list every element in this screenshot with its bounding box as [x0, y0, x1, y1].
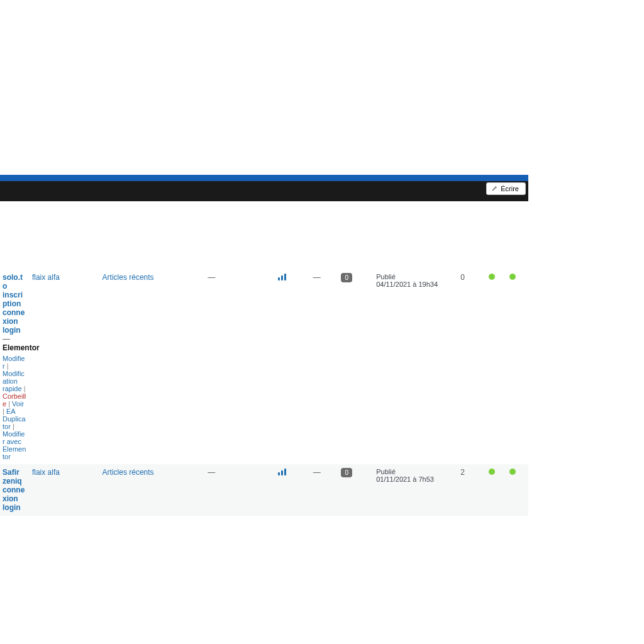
tags-cell: — — [208, 273, 215, 282]
date-status: Publié — [376, 273, 455, 280]
author-link[interactable]: flaix alfa — [32, 468, 60, 477]
whitespace-top — [0, 0, 528, 175]
date-value: 01/11/2021 à 7h53 — [376, 475, 455, 483]
post-title-link[interactable]: Safir zeniq connexion login — [3, 468, 25, 512]
app-window: Écrire solo.to inscription connexion log… — [0, 0, 528, 644]
admin-bar-black: Écrire — [0, 181, 528, 201]
table-row: solo.to inscription connexion login — El… — [0, 269, 528, 464]
tags-cell: — — [208, 468, 215, 477]
title-dash: — — [3, 335, 27, 343]
category-link[interactable]: Articles récents — [103, 273, 154, 282]
status-dot-green — [489, 274, 495, 280]
table-row: Safir zeniq connexion login flaix alfa A… — [0, 464, 528, 516]
content-area: solo.to inscription connexion login — El… — [0, 201, 528, 516]
posts-table: solo.to inscription connexion login — El… — [0, 269, 528, 516]
action-modifier[interactable]: Modifier — [3, 355, 25, 370]
date-status: Publié — [376, 468, 455, 475]
action-voir[interactable]: Voir — [12, 400, 24, 408]
write-button[interactable]: Écrire — [486, 182, 526, 195]
write-button-label: Écrire — [501, 185, 519, 192]
status-dot-green — [489, 469, 495, 475]
elementor-tag: Elementor — [3, 343, 27, 352]
count-cell: 2 — [460, 468, 465, 477]
stats-icon[interactable] — [278, 468, 286, 475]
dash-cell: — — [313, 273, 321, 282]
comment-count-badge[interactable]: 0 — [341, 468, 352, 477]
action-modification-rapide[interactable]: Modification rapide — [3, 370, 25, 392]
row-actions: Modifier | Modification rapide | Corbeil… — [3, 355, 27, 460]
author-link[interactable]: flaix alfa — [32, 273, 60, 282]
status-dot-green — [509, 469, 516, 475]
action-modifier-elementor[interactable]: Modifier avec Elementor — [3, 430, 26, 460]
category-link[interactable]: Articles récents — [103, 468, 154, 477]
dash-cell: — — [313, 468, 321, 477]
count-cell: 0 — [460, 273, 465, 282]
pen-icon — [492, 185, 498, 192]
date-value: 04/11/2021 à 19h34 — [376, 280, 455, 288]
stats-icon[interactable] — [278, 273, 286, 280]
post-title-link[interactable]: solo.to inscription connexion login — [3, 273, 25, 335]
comment-count-badge[interactable]: 0 — [341, 273, 352, 282]
admin-bar-blue — [0, 175, 528, 181]
status-dot-green — [509, 274, 516, 280]
